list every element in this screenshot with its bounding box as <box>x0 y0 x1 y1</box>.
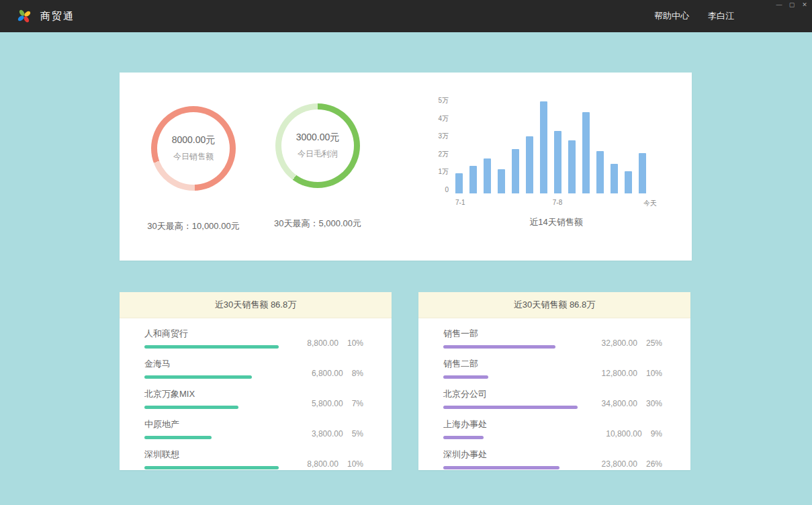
item-progress-bar <box>443 345 555 349</box>
y-axis-labels: 5万4万3万2万1万0 <box>428 97 455 193</box>
item-value: 8,800.0010% <box>307 338 363 349</box>
list-item: 北京分公司34,800.0030% <box>443 388 662 409</box>
item-value: 34,800.0030% <box>602 399 662 409</box>
item-value: 32,800.0025% <box>602 338 662 349</box>
y-tick: 5万 <box>438 97 449 104</box>
item-name: 人和商贸行 <box>144 328 279 340</box>
app-title: 商贸通 <box>40 10 75 23</box>
minimize-icon[interactable]: — <box>776 1 782 9</box>
department-ranking-title: 近30天销售额 86.8万 <box>418 292 690 318</box>
x-tick-mid: 7-8 <box>553 199 562 206</box>
bar-7-6 <box>526 136 533 193</box>
today-sales-donut: 8000.00元 今日销售额 30天最高：10,000.00元 <box>140 106 247 232</box>
today-profit-30d-max: 30天最高：5,000.00元 <box>264 218 371 230</box>
bar-7-7 <box>540 101 547 193</box>
close-icon[interactable]: ✕ <box>801 1 808 9</box>
item-progress-bar <box>144 375 252 379</box>
y-tick: 4万 <box>438 116 449 122</box>
app-logo-icon <box>16 8 32 24</box>
customer-ranking-card: 近30天销售额 86.8万 人和商贸行8,800.0010%金海马6,800.0… <box>120 292 392 470</box>
x-tick-first: 7-1 <box>455 199 465 206</box>
item-name: 北京分公司 <box>443 388 578 400</box>
help-center-link[interactable]: 帮助中心 <box>654 10 689 22</box>
department-ranking-list: 销售一部32,800.0025%销售二部12,800.0010%北京分公司34,… <box>418 318 690 469</box>
item-value: 12,800.0010% <box>602 369 662 379</box>
list-item: 中原地产3,800.005% <box>144 418 363 439</box>
overview-card: 8000.00元 今日销售额 30天最高：10,000.00元 3000.00元… <box>120 73 692 261</box>
y-tick: 3万 <box>438 133 449 140</box>
bar-7-5 <box>512 149 519 193</box>
item-name: 深圳联想 <box>144 449 279 461</box>
bar-chart-bars <box>455 101 657 193</box>
list-item: 深圳联想8,800.0010% <box>144 449 363 469</box>
topbar-nav: 帮助中心 李白江 <box>654 10 734 22</box>
item-progress-bar <box>144 436 212 439</box>
x-tick-last: 今天 <box>643 199 657 208</box>
item-value: 6,800.008% <box>312 369 363 379</box>
item-progress-bar <box>144 466 279 469</box>
y-tick: 2万 <box>438 151 449 158</box>
bar-7-12 <box>611 164 618 193</box>
bar-7-2 <box>469 166 477 193</box>
item-progress-bar <box>144 406 238 409</box>
sales-14d-bar-chart: 5万4万3万2万1万0 7-1 7-8 今天 近14天销售额 <box>428 97 670 228</box>
y-tick: 0 <box>445 187 449 193</box>
today-profit-label: 今日毛利润 <box>298 148 338 160</box>
customer-ranking-list: 人和商贸行8,800.0010%金海马6,800.008%北京万象MIX5,80… <box>120 318 392 469</box>
today-sales-value: 8000.00元 <box>172 134 216 146</box>
item-value: 23,800.0026% <box>602 459 662 469</box>
list-item: 人和商贸行8,800.0010% <box>144 328 363 349</box>
bar-chart-title: 近14天销售额 <box>455 216 657 228</box>
maximize-icon[interactable]: ▢ <box>788 1 795 9</box>
today-profit-donut: 3000.00元 今日毛利润 30天最高：5,000.00元 <box>264 103 371 230</box>
bar-7-10 <box>582 112 590 193</box>
item-name: 销售二部 <box>443 358 488 370</box>
list-item: 北京万象MIX5,800.007% <box>144 388 363 409</box>
bar-7-13 <box>625 171 632 193</box>
item-progress-bar <box>144 345 279 349</box>
list-item: 金海马6,800.008% <box>144 358 363 379</box>
item-name: 中原地产 <box>144 418 212 430</box>
customer-ranking-title: 近30天销售额 86.8万 <box>120 292 392 318</box>
item-progress-bar <box>443 466 559 469</box>
bar-7-3 <box>484 158 491 193</box>
bar-7-4 <box>498 169 505 193</box>
today-profit-value: 3000.00元 <box>296 132 340 144</box>
y-tick: 1万 <box>438 169 449 175</box>
bar-7-11 <box>596 151 604 193</box>
titlebar: 商贸通 帮助中心 李白江 — ▢ ✕ <box>0 0 812 32</box>
item-value: 5,800.007% <box>312 399 363 409</box>
item-name: 金海马 <box>144 358 252 370</box>
item-value: 3,800.005% <box>312 429 363 439</box>
bar-7-8 <box>554 131 561 193</box>
list-item: 销售一部32,800.0025% <box>443 328 662 349</box>
item-progress-bar <box>443 375 488 379</box>
item-name: 销售一部 <box>443 328 555 340</box>
window-controls: — ▢ ✕ <box>776 1 808 9</box>
item-name: 深圳办事处 <box>443 449 559 461</box>
item-value: 8,800.0010% <box>307 459 363 469</box>
item-progress-bar <box>443 436 484 439</box>
today-sales-30d-max: 30天最高：10,000.00元 <box>140 220 247 232</box>
list-item: 上海办事处10,800.009% <box>443 418 662 439</box>
item-progress-bar <box>443 406 578 409</box>
list-item: 销售二部12,800.0010% <box>443 358 662 379</box>
bar-7-1 <box>455 173 463 193</box>
bar-7-9 <box>568 140 576 193</box>
item-value: 10,800.009% <box>606 429 662 439</box>
department-ranking-card: 近30天销售额 86.8万 销售一部32,800.0025%销售二部12,800… <box>418 292 690 470</box>
bar-今天 <box>639 153 646 193</box>
item-name: 上海办事处 <box>443 418 487 430</box>
list-item: 深圳办事处23,800.0026% <box>443 449 662 469</box>
user-menu[interactable]: 李白江 <box>708 10 734 22</box>
x-axis-labels: 7-1 7-8 今天 <box>455 193 657 205</box>
item-name: 北京万象MIX <box>144 388 238 400</box>
today-sales-label: 今日销售额 <box>173 151 214 163</box>
